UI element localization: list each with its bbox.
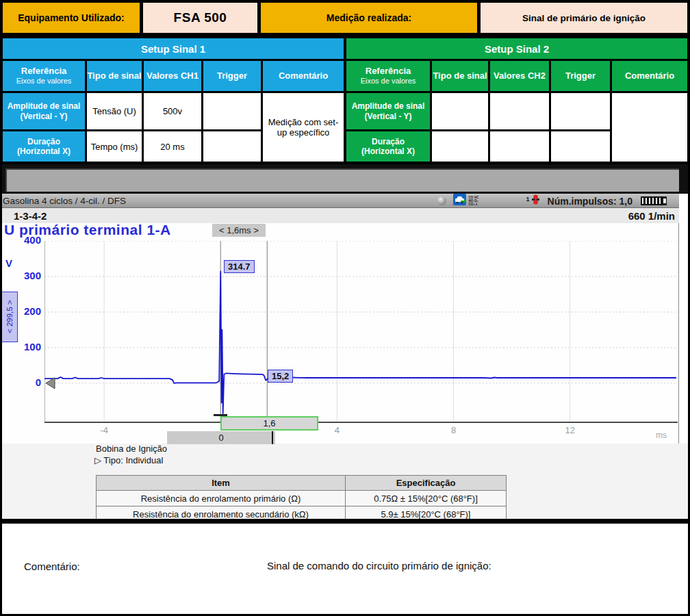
impulses-counter: Núm.impulsos: 1,0	[548, 196, 632, 207]
setup-signal-1-table: Setup Sinal 1 Referência Eixos de valore…	[3, 38, 344, 162]
setup1-row1-ref: Amplitude de sinal	[8, 101, 81, 111]
setup1-row1-valor: 500v	[144, 93, 201, 129]
setup2-col-valores: Valores CH2	[490, 61, 549, 91]
y-tick-label: 400	[16, 234, 41, 246]
battery-icon	[641, 196, 667, 205]
setup1-row2-ref-sub: (Horizontal X)	[17, 146, 71, 156]
coil-type-line: ▷ Tipo: Individual	[94, 455, 163, 465]
setup2-row1-trigger	[551, 93, 610, 129]
setup2-col-tipo: Tipo de sinal	[432, 61, 488, 91]
equipment-value: FSA 500	[174, 10, 227, 25]
equipment-value-cell: FSA 500	[143, 3, 257, 33]
y-axis-unit: V	[5, 257, 12, 269]
setup2-col-ref-main: Referência	[366, 66, 411, 77]
x-tick-label: 4	[327, 425, 347, 435]
cursor-delta-box: 1,6	[220, 416, 318, 431]
scope-info-row: 1-3-4-2 660 1/min	[0, 208, 679, 223]
trigger-clamp-icon	[531, 194, 541, 207]
y-tick-label: 0	[16, 376, 41, 388]
separator-band	[0, 164, 690, 194]
setup2-title: Setup Sinal 2	[346, 38, 687, 59]
report-header-row: Equipamento Utilizado: FSA 500 Medição r…	[0, 0, 690, 36]
setup2-row1-valor	[490, 93, 549, 129]
engine-config-text: Gasolina 4 ciclos / 4-cil. / DFS	[3, 196, 126, 206]
y-tick-label: 100	[16, 341, 41, 352]
setup1-row1-tipo: Tensão (U)	[87, 93, 142, 129]
scope-status-bar: Gasolina 4 ciclos / 4-cil. / DFS CO HC N…	[0, 194, 679, 208]
setup1-title: Setup Sinal 1	[3, 38, 344, 59]
waveform-plot	[44, 241, 678, 423]
comment-text: Sinal de comando do circuito primário de…	[267, 560, 491, 572]
setup1-row2-label: Duração (Horizontal X)	[3, 131, 85, 162]
setup2-col-comentario: Comentário	[612, 61, 687, 91]
engine-rpm: 660 1/min	[628, 210, 675, 222]
range-badge: < 299,5 >	[1, 292, 18, 342]
setup1-col-tipo: Tipo de sinal	[87, 61, 142, 91]
setup2-row2-valor	[490, 131, 549, 162]
setup1-col-valores: Valores CH1	[144, 61, 201, 91]
setup2-row2-tipo	[432, 131, 488, 162]
spec-col-espec: Especificação	[346, 476, 507, 491]
setup2-row1-ref: Amplitude de sinal	[352, 101, 425, 111]
setup1-comentario-value: Medição com set-up específico	[263, 93, 344, 162]
setup2-col-ref: Referência Eixos de valores	[346, 61, 430, 91]
setup2-row1-tipo	[432, 93, 488, 129]
measurement-value-cell: Sinal de primário de ignição	[481, 3, 687, 33]
setup1-col-ref-sub: Eixos de valores	[16, 77, 72, 86]
setup1-col-comentario: Comentário	[263, 61, 344, 91]
time-delta-badge: < 1,6ms >	[212, 224, 266, 237]
setup-tables: Setup Sinal 1 Referência Eixos de valore…	[0, 36, 690, 164]
report-page: Equipamento Utilizado: FSA 500 Medição r…	[0, 0, 690, 616]
battery-bars	[642, 198, 661, 204]
setup1-col-ref-main: Referência	[21, 66, 66, 77]
scope-right-edge	[678, 194, 679, 444]
setup1-col-ref: Referência Eixos de valores	[3, 61, 85, 91]
firing-order: 1-3-4-2	[14, 210, 47, 222]
coil-title: Bobina de Ignição	[96, 444, 167, 454]
waveform-svg	[44, 241, 678, 423]
y-tick-label: 200	[16, 305, 41, 317]
measurement-value: Sinal de primário de ignição	[522, 13, 646, 23]
setup1-row1-label: Amplitude de sinal (Vertical - Y)	[3, 93, 85, 129]
x-axis-unit: ms	[656, 431, 667, 440]
setup-signal-2-table: Setup Sinal 2 Referência Eixos de valore…	[346, 38, 687, 162]
x-tick-label: 12	[560, 425, 580, 435]
peak-voltage-label: 314.7	[224, 260, 255, 273]
spec-item-primary: Resistência do enrolamento primário (Ω)	[97, 491, 346, 506]
setup1-row1-ref-sub: (Vertical - Y)	[20, 112, 67, 121]
x-tick-label: -4	[94, 425, 114, 435]
table-row: Resistência do enrolamento primário (Ω) …	[97, 491, 507, 506]
y-tick-label: 300	[16, 270, 41, 281]
comment-label: Comentário:	[24, 561, 80, 572]
spec-table: Item Especificação Resistência do enrola…	[96, 475, 507, 522]
setup1-row2-ref: Duração	[27, 137, 60, 146]
setup2-col-trigger: Trigger	[551, 61, 610, 91]
spec-header-row: Item Especificação	[97, 476, 507, 491]
equipment-label: Equipamento Utilizado:	[18, 12, 125, 23]
cursor-handle	[272, 431, 273, 444]
measurement-label-cell: Medição realizada:	[261, 3, 477, 33]
coil-spec-area: Bobina de Ignição ▷ Tipo: Individual Ite…	[0, 444, 690, 519]
gas-analyser-icon: CO HC NO O₂ CO₂ λ	[469, 196, 487, 206]
setup2-row1-ref-sub: (Vertical - Y)	[364, 112, 411, 121]
zero-level-marker	[46, 378, 55, 389]
setup2-row2-ref-sub: (Horizontal X)	[361, 146, 415, 156]
separator-panel	[5, 168, 679, 192]
spec-col-item: Item	[97, 476, 346, 491]
setup1-row2-tipo: Tempo (ms)	[87, 131, 142, 162]
cursor-voltage-label: 15,2	[268, 370, 293, 383]
trigger-mark	[214, 414, 227, 416]
x-tick-label: 8	[444, 425, 464, 435]
measurement-label: Medição realizada:	[327, 12, 412, 23]
cursor-zero-box: 0	[167, 431, 275, 444]
setup2-comentario-value	[612, 93, 687, 162]
status-sphere-icon	[437, 196, 446, 205]
trigger-channel-number: 1	[526, 196, 530, 203]
setup2-row2-ref: Duração	[372, 137, 405, 146]
battery-nub	[663, 198, 666, 203]
setup2-col-ref-sub: Eixos de valores	[361, 77, 416, 86]
equipment-label-cell: Equipamento Utilizado:	[3, 3, 140, 33]
setup1-row2-trigger	[203, 131, 261, 162]
setup2-row1-label: Amplitude de sinal (Vertical - Y)	[346, 93, 430, 129]
comment-box: Comentário: Sinal de comando do circuito…	[0, 524, 690, 616]
